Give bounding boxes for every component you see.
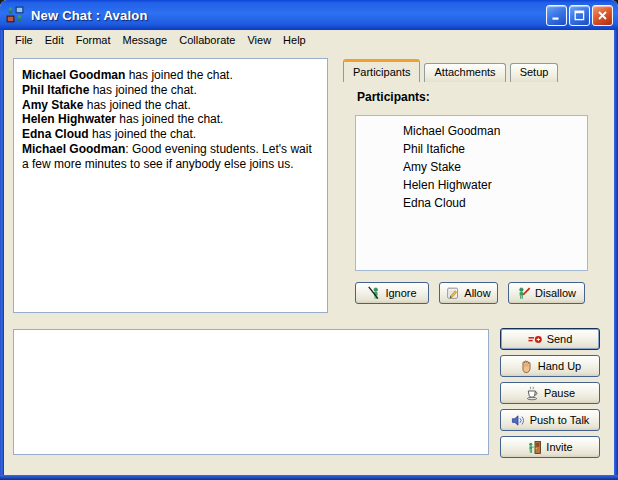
chat-message: Helen Highwater has joined the chat. [22,112,319,127]
hand-up-label: Hand Up [538,360,581,372]
maximize-button[interactable] [569,5,590,26]
person-door-icon [527,440,542,455]
window-border-bottom [0,475,618,480]
sender-name: Amy Stake [22,98,83,112]
tab-participants[interactable]: Participants [343,59,420,82]
tab-setup[interactable]: Setup [510,63,559,82]
sender-name: Helen Highwater [22,112,116,126]
disallow-person-red-slash-icon [517,286,531,300]
message-text: has joined the chat. [89,83,196,97]
allow-label: Allow [464,287,490,299]
maximize-icon [574,10,585,21]
chat-message: Edna Cloud has joined the chat. [22,127,319,142]
disallow-button[interactable]: Disallow [508,282,585,304]
close-icon [597,10,608,21]
push-to-talk-label: Push to Talk [530,414,590,426]
raised-hand-icon [519,359,534,374]
sender-name: Phil Itafiche [22,83,89,97]
list-item[interactable]: Edna Cloud [356,194,587,212]
chat-message: Phil Itafiche has joined the chat. [22,83,319,98]
tab-attachments[interactable]: Attachments [424,63,505,82]
menu-bar: File Edit Format Message Collaborate Vie… [4,30,614,50]
invite-button[interactable]: Invite [500,436,600,458]
window-controls [546,5,613,26]
chat-message: Michael Goodman: Good evening students. … [22,142,319,172]
speaker-icon [511,413,526,428]
menu-format[interactable]: Format [70,32,117,48]
sender-name: Michael Goodman [22,68,125,82]
allow-pad-pencil-icon [446,286,460,300]
chat-message: Amy Stake has joined the chat. [22,98,319,113]
participants-heading: Participants: [357,90,430,104]
send-button[interactable]: Send [500,328,600,350]
menu-file[interactable]: File [9,32,39,48]
hand-up-button[interactable]: Hand Up [500,355,600,377]
chat-log: Michael Goodman has joined the chat. Phi… [13,58,328,313]
sender-name: Michael Goodman [22,142,125,156]
ignore-person-slash-icon [367,286,381,300]
list-item[interactable]: Helen Highwater [356,176,587,194]
participant-list[interactable]: Michael Goodman Phil Itafiche Amy Stake … [355,115,588,271]
push-to-talk-button[interactable]: Push to Talk [500,409,600,431]
menu-collaborate[interactable]: Collaborate [173,32,241,48]
close-button[interactable] [592,5,613,26]
menu-help[interactable]: Help [277,32,312,48]
ignore-button[interactable]: Ignore [355,282,429,304]
pause-label: Pause [544,387,575,399]
chat-network-icon [5,6,25,24]
message-text: has joined the chat. [83,98,190,112]
menu-edit[interactable]: Edit [39,32,70,48]
menu-view[interactable]: View [241,32,277,48]
coffee-cup-icon [525,386,540,401]
menu-message[interactable]: Message [117,32,174,48]
list-item[interactable]: Amy Stake [356,158,587,176]
list-item[interactable]: Phil Itafiche [356,140,587,158]
list-item[interactable]: Michael Goodman [356,122,587,140]
ignore-label: Ignore [385,287,416,299]
minimize-icon [551,10,562,21]
window-border-right [614,28,618,480]
invite-label: Invite [546,441,572,453]
disallow-label: Disallow [535,287,576,299]
message-input[interactable] [13,329,489,455]
message-text: has joined the chat. [116,112,223,126]
allow-button[interactable]: Allow [439,282,498,304]
pause-button[interactable]: Pause [500,382,600,404]
minimize-button[interactable] [546,5,567,26]
window-title: New Chat : Avalon [31,8,148,23]
message-text: has joined the chat. [89,127,196,141]
titlebar: New Chat : Avalon [0,0,618,30]
send-label: Send [547,333,573,345]
send-lines-stamp-icon [528,332,543,347]
tab-strip: Participants Attachments Setup [343,59,562,82]
chat-message: Michael Goodman has joined the chat. [22,68,319,83]
message-text: has joined the chat. [125,68,232,82]
sender-name: Edna Cloud [22,127,89,141]
chat-window: New Chat : Avalon [0,0,618,480]
window-border-left [0,28,4,480]
